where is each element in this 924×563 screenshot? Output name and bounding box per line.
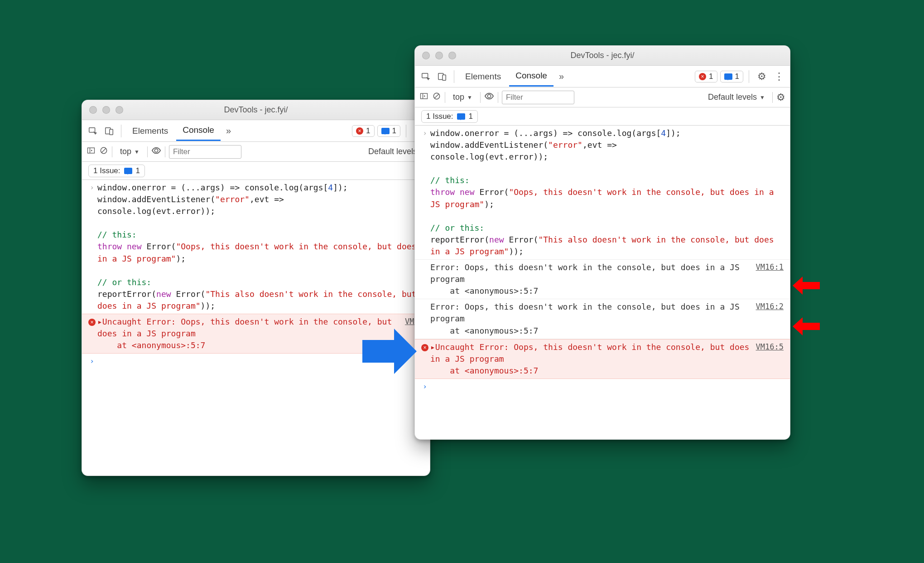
svg-point-5 bbox=[154, 149, 158, 152]
svg-rect-0 bbox=[89, 127, 95, 132]
tabbar: Elements Console » 1 1 ⚙ bbox=[82, 120, 430, 142]
source-link[interactable]: VM16:1 bbox=[751, 262, 784, 273]
settings-gear-icon[interactable]: ⚙ bbox=[755, 69, 769, 84]
minimize-dot[interactable] bbox=[435, 52, 443, 59]
live-expression-icon[interactable] bbox=[151, 146, 161, 158]
log-text: Error: Oops, this doesn't work in the co… bbox=[430, 262, 751, 297]
issues-bar: 1 Issue: 1 bbox=[82, 162, 430, 180]
more-tabs-icon[interactable]: » bbox=[222, 126, 235, 136]
issues-chip[interactable]: 1 Issue: 1 bbox=[421, 110, 478, 123]
error-count-badge[interactable]: 1 bbox=[695, 71, 717, 83]
svg-point-11 bbox=[487, 94, 491, 97]
tabbar: Elements Console » 1 1 ⚙ ⋮ bbox=[415, 66, 790, 87]
console-input-row: › window.onerror = (...args) => console.… bbox=[415, 126, 790, 259]
input-chevron-icon: › bbox=[87, 182, 97, 193]
log-output-row[interactable]: Error: Oops, this doesn't work in the co… bbox=[415, 299, 790, 339]
tab-elements[interactable]: Elements bbox=[459, 67, 507, 86]
input-chevron-icon: › bbox=[419, 127, 430, 138]
console-prompt[interactable]: › bbox=[415, 379, 790, 393]
inspect-icon[interactable] bbox=[419, 69, 433, 84]
tab-console[interactable]: Console bbox=[176, 121, 221, 141]
blank-gutter bbox=[419, 301, 430, 301]
prompt-chevron-icon: › bbox=[419, 381, 430, 392]
error-text: ▸Uncaught Error: Oops, this doesn't work… bbox=[97, 316, 399, 351]
issues-chip[interactable]: 1 Issue: 1 bbox=[88, 165, 145, 177]
log-output-row[interactable]: Error: Oops, this doesn't work in the co… bbox=[415, 259, 790, 299]
svg-rect-6 bbox=[422, 73, 428, 78]
traffic-lights bbox=[89, 106, 123, 114]
prompt-chevron-icon: › bbox=[87, 355, 97, 366]
titlebar: DevTools - jec.fyi/ bbox=[415, 46, 790, 66]
console-toolbar: top▼ Default levels▼ ⚙ bbox=[415, 87, 790, 107]
error-text: ▸Uncaught Error: Oops, this doesn't work… bbox=[430, 341, 751, 377]
svg-rect-8 bbox=[443, 75, 446, 80]
context-selector[interactable]: top▼ bbox=[449, 91, 476, 104]
error-icon bbox=[419, 341, 430, 352]
devtools-window-before: DevTools - jec.fyi/ Elements Console » 1… bbox=[82, 100, 430, 476]
window-title: DevTools - jec.fyi/ bbox=[415, 51, 790, 60]
devtools-window-after: DevTools - jec.fyi/ Elements Console » 1… bbox=[414, 45, 790, 440]
issues-bar: 1 Issue: 1 bbox=[415, 107, 790, 126]
more-menu-icon[interactable]: ⋮ bbox=[772, 69, 786, 84]
filter-input[interactable] bbox=[169, 145, 241, 159]
clear-console-icon[interactable] bbox=[432, 92, 441, 103]
error-icon bbox=[699, 73, 706, 80]
inspect-icon[interactable] bbox=[86, 124, 100, 138]
svg-rect-2 bbox=[110, 129, 113, 135]
blank-gutter bbox=[419, 262, 430, 262]
uncaught-error-row[interactable]: ▸Uncaught Error: Oops, this doesn't work… bbox=[415, 339, 790, 379]
message-icon bbox=[124, 168, 132, 174]
clear-console-icon[interactable] bbox=[99, 146, 108, 157]
message-count-badge[interactable]: 1 bbox=[720, 71, 743, 83]
console-settings-gear-icon[interactable]: ⚙ bbox=[776, 92, 785, 103]
sidebar-toggle-icon[interactable] bbox=[87, 146, 96, 157]
sidebar-toggle-icon[interactable] bbox=[419, 92, 428, 103]
zoom-dot[interactable] bbox=[448, 52, 456, 59]
entered-code[interactable]: window.onerror = (...args) => console.lo… bbox=[97, 182, 424, 312]
close-dot[interactable] bbox=[422, 52, 430, 59]
tab-elements[interactable]: Elements bbox=[126, 121, 174, 141]
message-icon bbox=[381, 128, 390, 134]
window-title: DevTools - jec.fyi/ bbox=[82, 105, 430, 115]
log-text: Error: Oops, this doesn't work in the co… bbox=[430, 301, 751, 336]
device-toggle-icon[interactable] bbox=[102, 124, 116, 138]
annotation-arrow-small bbox=[793, 317, 820, 335]
message-icon bbox=[724, 73, 732, 80]
device-toggle-icon[interactable] bbox=[435, 69, 449, 84]
more-tabs-icon[interactable]: » bbox=[555, 71, 568, 82]
entered-code[interactable]: window.onerror = (...args) => console.lo… bbox=[430, 127, 784, 257]
live-expression-icon[interactable] bbox=[484, 91, 494, 103]
error-count-badge[interactable]: 1 bbox=[352, 125, 374, 137]
error-icon bbox=[356, 127, 363, 135]
error-icon bbox=[87, 316, 97, 327]
console-body: › window.onerror = (...args) => console.… bbox=[415, 126, 790, 393]
close-dot[interactable] bbox=[89, 106, 97, 114]
minimize-dot[interactable] bbox=[102, 106, 110, 114]
source-link[interactable]: VM16:5 bbox=[751, 341, 784, 353]
console-toolbar: top▼ Default levels▼ bbox=[82, 142, 430, 162]
console-input-row: › window.onerror = (...args) => console.… bbox=[82, 180, 430, 314]
message-icon bbox=[457, 113, 465, 120]
source-link[interactable]: VM16:2 bbox=[751, 301, 784, 312]
traffic-lights bbox=[422, 52, 456, 59]
annotation-arrow-small bbox=[793, 277, 820, 295]
titlebar: DevTools - jec.fyi/ bbox=[82, 100, 430, 120]
log-levels-selector[interactable]: Default levels▼ bbox=[708, 92, 765, 102]
zoom-dot[interactable] bbox=[116, 106, 123, 114]
annotation-arrow-large bbox=[362, 326, 417, 376]
filter-input[interactable] bbox=[502, 91, 574, 104]
context-selector[interactable]: top▼ bbox=[116, 145, 144, 158]
tab-console[interactable]: Console bbox=[509, 66, 553, 87]
message-count-badge[interactable]: 1 bbox=[377, 125, 400, 137]
